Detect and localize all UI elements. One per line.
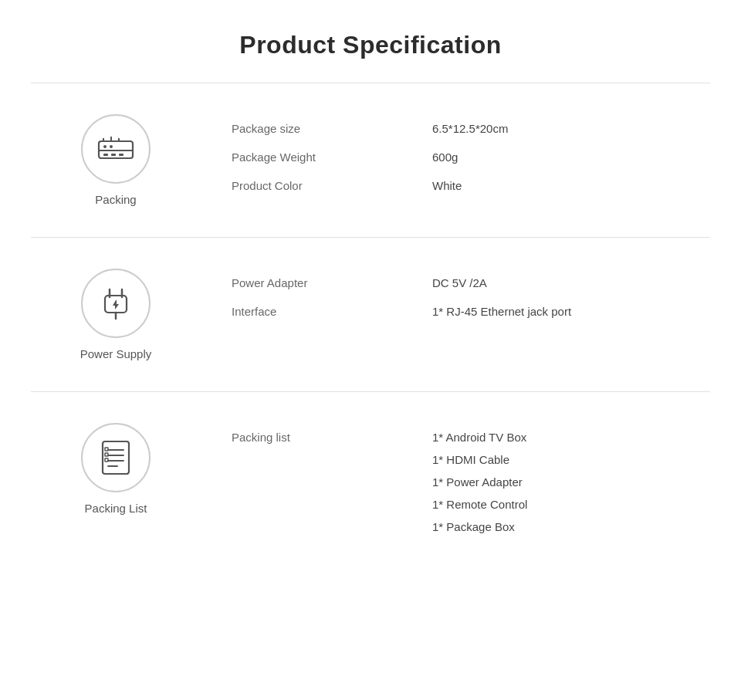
spec-value-power-adapter: DC 5V /2A (432, 276, 487, 289)
spec-value-package-size: 6.5*12.5*20cm (432, 122, 508, 135)
svg-rect-4 (103, 154, 108, 156)
packing-list-label: Packing List (85, 502, 147, 515)
packing-section: Packing Package size 6.5*12.5*20cm Packa… (0, 83, 741, 237)
packing-list-item-1: 1* Android TV Box (432, 431, 527, 444)
power-supply-label: Power Supply (80, 347, 152, 360)
svg-marker-14 (113, 300, 119, 309)
svg-rect-5 (111, 154, 116, 156)
packing-list-specs: Packing list 1* Android TV Box 1* HDMI C… (232, 423, 695, 541)
spec-row-power-adapter: Power Adapter DC 5V /2A (232, 269, 695, 297)
spec-key-power-adapter: Power Adapter (232, 276, 417, 289)
packing-icon (96, 134, 136, 164)
power-supply-icon (99, 283, 133, 323)
spec-row-package-size: Package size 6.5*12.5*20cm (232, 114, 695, 143)
spec-row-interface: Interface 1* RJ-45 Ethernet jack port (232, 297, 695, 326)
spec-row-package-weight: Package Weight 600g (232, 143, 695, 171)
power-supply-icon-circle (81, 269, 151, 338)
packing-list-icon-circle (81, 423, 151, 492)
svg-rect-15 (103, 441, 129, 474)
spec-key-package-size: Package size (232, 122, 417, 135)
spec-row-product-color: Product Color White (232, 171, 695, 200)
page-title: Product Specification (0, 0, 741, 83)
power-supply-section: Power Supply Power Adapter DC 5V /2A Int… (0, 238, 741, 391)
svg-point-2 (103, 145, 107, 148)
packing-specs: Package size 6.5*12.5*20cm Package Weigh… (232, 114, 695, 200)
packing-list-icon (98, 438, 134, 477)
packing-list-item-5: 1* Package Box (432, 520, 527, 533)
svg-rect-21 (105, 453, 108, 456)
spec-key-interface: Interface (232, 305, 417, 318)
packing-list-section: Packing List Packing list 1* Android TV … (0, 392, 741, 572)
spec-value-package-weight: 600g (432, 150, 458, 164)
packing-list-item-2: 1* HDMI Cable (432, 453, 527, 466)
svg-point-3 (110, 145, 113, 148)
packing-list-values: 1* Android TV Box 1* HDMI Cable 1* Power… (432, 431, 527, 533)
packing-list-item-3: 1* Power Adapter (432, 475, 527, 489)
spec-key-packing-list: Packing list (232, 431, 417, 444)
packing-label: Packing (95, 193, 136, 206)
spec-value-interface: 1* RJ-45 Ethernet jack port (432, 305, 571, 318)
power-supply-icon-col: Power Supply (46, 269, 185, 360)
spec-row-packing-list: Packing list 1* Android TV Box 1* HDMI C… (232, 423, 695, 541)
power-supply-specs: Power Adapter DC 5V /2A Interface 1* RJ-… (232, 269, 695, 326)
spec-key-package-weight: Package Weight (232, 150, 417, 164)
svg-rect-20 (105, 448, 108, 451)
packing-icon-circle (81, 114, 151, 184)
svg-rect-22 (105, 458, 108, 462)
packing-list-item-4: 1* Remote Control (432, 498, 527, 511)
packing-list-icon-col: Packing List (46, 423, 185, 515)
packing-icon-col: Packing (46, 114, 185, 206)
svg-rect-6 (119, 154, 124, 156)
spec-value-product-color: White (432, 179, 462, 192)
spec-key-product-color: Product Color (232, 179, 417, 192)
